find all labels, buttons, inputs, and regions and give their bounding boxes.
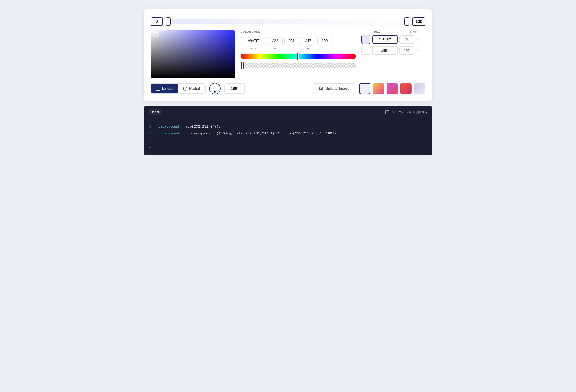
stop-color-preview-1[interactable] bbox=[361, 35, 371, 44]
css-line-1: 1 background: rgb(232,231,247); bbox=[149, 123, 427, 130]
stops-hex-header: HEX bbox=[374, 30, 380, 33]
linear-tab[interactable]: Linear bbox=[151, 84, 178, 93]
upload-icon: 🖼 bbox=[319, 86, 323, 91]
code-blank-4 bbox=[158, 144, 160, 151]
r-input[interactable] bbox=[268, 37, 283, 45]
hex-label: HEX bbox=[241, 47, 266, 50]
range-thumb-left[interactable] bbox=[166, 17, 171, 26]
stops-stop-header: STOP bbox=[409, 30, 417, 33]
angle-dot bbox=[214, 91, 216, 93]
hex-input[interactable] bbox=[241, 37, 266, 45]
css-line-2: 2 background: linear-gradient(180deg, rg… bbox=[149, 130, 427, 137]
stop-row-1: × bbox=[361, 35, 426, 44]
r-label: R bbox=[268, 47, 283, 50]
line-num-3: 3 bbox=[149, 137, 154, 144]
canvas-handle[interactable] bbox=[153, 32, 158, 37]
css-panel: CSS Max Compatibility (IE6+) 1 backgroun… bbox=[144, 106, 432, 156]
b-label: B bbox=[301, 47, 316, 50]
range-row: 0 100 bbox=[150, 16, 426, 27]
angle-input[interactable] bbox=[224, 83, 245, 94]
range-min-value[interactable]: 0 bbox=[150, 17, 163, 26]
a-input[interactable] bbox=[317, 37, 332, 45]
stop-hex-input-2[interactable] bbox=[372, 46, 398, 55]
tab-group: Linear Radial bbox=[150, 83, 205, 94]
color-inputs-row bbox=[241, 37, 356, 45]
max-compat-checkbox[interactable] bbox=[385, 110, 390, 114]
picker-area: COLOR CODE HEX R G B A bbox=[150, 30, 426, 78]
swatch-white[interactable] bbox=[359, 83, 371, 94]
color-controls: COLOR CODE HEX R G B A bbox=[241, 30, 356, 78]
range-max-value[interactable]: 100 bbox=[412, 17, 426, 26]
a-label: A bbox=[317, 47, 332, 50]
gradient-editor-card: 0 100 COLOR CODE bbox=[144, 9, 432, 101]
stop-delete-1[interactable]: × bbox=[416, 36, 420, 43]
code-property-1: background: bbox=[158, 123, 181, 130]
line-num-4: 4 bbox=[149, 144, 154, 151]
stop-delete-2[interactable]: × bbox=[416, 47, 420, 54]
upload-button[interactable]: 🖼 Upload Image bbox=[313, 83, 355, 94]
swatch-orange-red[interactable] bbox=[400, 83, 412, 94]
code-value-2: linear-gradient(180deg, rgba(232,231,247… bbox=[186, 130, 338, 137]
swatch-sunset[interactable] bbox=[373, 83, 384, 94]
color-code-label: COLOR CODE bbox=[241, 30, 356, 33]
code-property-2: background: bbox=[158, 130, 181, 137]
radial-icon bbox=[183, 87, 187, 91]
line-num-2: 2 bbox=[149, 130, 154, 137]
g-input[interactable] bbox=[284, 37, 299, 45]
line-num-1: 1 bbox=[149, 123, 154, 130]
max-compat-toggle[interactable]: Max Compatibility (IE6+) bbox=[385, 110, 427, 114]
css-panel-header: CSS Max Compatibility (IE6+) bbox=[144, 106, 432, 119]
alpha-slider[interactable] bbox=[241, 63, 356, 68]
radial-tab[interactable]: Radial bbox=[178, 84, 205, 93]
bottom-controls: Linear Radial 🖼 Upload Image bbox=[150, 83, 426, 94]
swatch-purple-pink[interactable] bbox=[387, 83, 398, 94]
range-slider-container[interactable] bbox=[166, 16, 409, 27]
stop-value-input-2[interactable] bbox=[399, 46, 414, 55]
stop-row-2: × bbox=[361, 46, 426, 55]
linear-label: Linear bbox=[162, 87, 173, 91]
color-sub-labels: HEX R G B A bbox=[241, 47, 356, 50]
color-canvas[interactable] bbox=[150, 30, 235, 78]
linear-icon bbox=[156, 87, 160, 91]
css-line-3: 3 bbox=[149, 137, 427, 144]
range-track bbox=[166, 19, 409, 24]
upload-label: Upload Image bbox=[325, 87, 349, 91]
stops-panel: HEX STOP × × bbox=[361, 30, 426, 78]
css-tab[interactable]: CSS bbox=[149, 109, 162, 115]
stop-hex-input-1[interactable] bbox=[372, 35, 398, 44]
range-thumb-right[interactable] bbox=[404, 17, 409, 26]
code-blank-3 bbox=[158, 137, 160, 144]
stop-color-preview-2[interactable] bbox=[361, 46, 371, 55]
angle-circle[interactable] bbox=[209, 83, 221, 94]
hue-thumb[interactable] bbox=[297, 53, 299, 60]
b-input[interactable] bbox=[301, 37, 316, 45]
preset-swatches bbox=[359, 83, 426, 94]
alpha-thumb[interactable] bbox=[241, 62, 244, 69]
color-code-section: HEX R G B A bbox=[241, 37, 356, 50]
css-line-4: 4 bbox=[149, 144, 427, 151]
radial-label: Radial bbox=[189, 87, 200, 91]
swatch-lavender[interactable] bbox=[414, 83, 426, 94]
stop-value-input-1[interactable] bbox=[399, 35, 414, 44]
g-label: G bbox=[284, 47, 299, 50]
code-value-1: rgb(232,231,247); bbox=[186, 123, 221, 130]
max-compat-label: Max Compatibility (IE6+) bbox=[392, 110, 427, 114]
stops-header: HEX STOP bbox=[361, 30, 426, 33]
css-code-block: 1 background: rgb(232,231,247); 2 backgr… bbox=[144, 119, 432, 156]
hue-slider[interactable] bbox=[241, 53, 356, 59]
